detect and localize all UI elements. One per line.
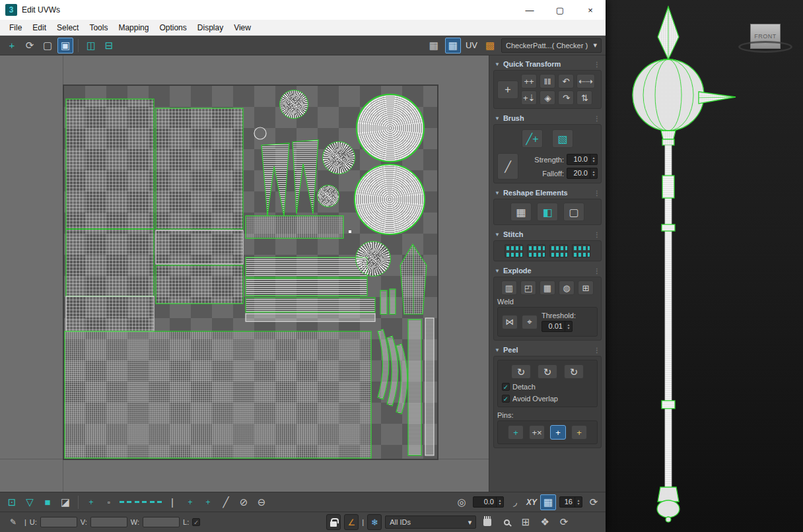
edge-ring-icon[interactable] (134, 498, 147, 507)
scale-tool-icon[interactable]: ▢ (40, 38, 55, 53)
freeform-tool-icon[interactable]: ▣ (57, 38, 73, 53)
falloff-curve-toggle-icon[interactable]: ◞ (507, 494, 523, 510)
spinner-arrows[interactable]: ▴▾ (496, 497, 503, 507)
flatten-by-face-angle-button[interactable]: ◰ (520, 281, 536, 295)
strength-spinner[interactable]: 10.0 ▴▾ (567, 154, 598, 165)
falloff-shape-icon[interactable]: ▽ (22, 494, 38, 510)
maximize-button[interactable]: ▢ (545, 0, 575, 20)
grid-size-spinner[interactable]: 16 ▴▾ (559, 496, 582, 508)
rollout-header-stitch[interactable]: ▼ Stitch ⋮ (493, 229, 602, 240)
mirror-h-tool-icon[interactable]: ◫ (83, 38, 99, 53)
detach-checkbox[interactable]: ✓ (502, 383, 510, 391)
rollout-header-quick-transform[interactable]: ▼ Quick Transform ⋮ (493, 59, 602, 70)
mirror-select-h-icon[interactable]: ⊘ (236, 494, 252, 510)
zoom-button[interactable] (499, 514, 514, 530)
rollout-header-brush[interactable]: ▼ Brush ⋮ (493, 113, 602, 124)
edge-grow-icon[interactable] (149, 498, 162, 507)
move-tool-icon[interactable]: + (4, 38, 20, 53)
align-to-pivot-icon[interactable]: + (200, 494, 216, 510)
tiled-checker-icon[interactable]: ▩ (482, 38, 498, 53)
stitch-to-target-button[interactable] (527, 244, 545, 257)
xy-space-icon[interactable]: ◪ (57, 494, 73, 510)
rotate-cw-button[interactable]: ↷ (558, 90, 574, 105)
rollout-header-reshape[interactable]: ▼ Reshape Elements ⋮ (493, 187, 602, 199)
uv-disc-island[interactable] (356, 94, 425, 162)
align-vertical-space-button[interactable]: ⇅ (576, 90, 592, 105)
texture-dropdown[interactable]: CheckerPatt...( Checker ) ▾ (501, 38, 602, 53)
menu-mapping[interactable]: Mapping (113, 21, 154, 34)
menu-options[interactable]: Options (154, 21, 192, 34)
spinner-down-icon[interactable]: ▾ (567, 327, 569, 330)
rollout-header-peel[interactable]: ▼ Peel ⋮ (493, 345, 602, 356)
rotate-angle-spinner[interactable]: 0.0 ▴▾ (473, 496, 504, 508)
edge-loop-icon[interactable] (119, 498, 132, 507)
space-diagonal-button[interactable]: ◈ (540, 90, 555, 105)
peel-mode-button[interactable]: ↻ (538, 364, 557, 379)
flatten-by-smoothing-button[interactable]: ▥ (501, 281, 517, 295)
align-vertical-button[interactable]: +⇣ (521, 90, 537, 105)
menu-file[interactable]: File (4, 21, 27, 34)
spinner-arrows[interactable]: ▴▾ (590, 154, 597, 164)
falloff-curve-button[interactable]: ╱ (497, 153, 518, 180)
unpin-tool-button[interactable]: +× (529, 425, 545, 440)
rotate-gizmo-icon[interactable]: ◎ (454, 494, 470, 510)
align-horizontal-button[interactable]: ++ (521, 74, 537, 88)
uv-circle-island[interactable] (317, 185, 339, 207)
quick-peel-button[interactable]: ↻ (511, 364, 531, 379)
show-grid-icon[interactable]: ▦ (426, 38, 442, 53)
uv-disc-island[interactable] (354, 164, 425, 235)
paint-select-icon[interactable]: ╱ (218, 494, 234, 510)
spinner-down-icon[interactable]: ▾ (499, 502, 501, 506)
paint-move-brush-button[interactable]: ╱+ (522, 129, 543, 148)
pin-tool-button[interactable]: + (508, 425, 524, 440)
zoom-to-gizmo-button[interactable]: ⟳ (556, 514, 572, 530)
falloff-spinner[interactable]: 20.0 ▴▾ (567, 168, 598, 179)
freeze-button[interactable]: ❄ (367, 514, 382, 530)
menu-select[interactable]: Select (52, 21, 84, 34)
menu-edit[interactable]: Edit (27, 21, 52, 34)
spinner-arrows[interactable]: ▴▾ (590, 168, 597, 178)
uv-circle-island[interactable] (322, 141, 355, 174)
mirror-select-v-icon[interactable]: ⊖ (254, 494, 269, 510)
spinner-arrows[interactable]: ▴▾ (565, 321, 572, 331)
menu-view[interactable]: View (228, 21, 256, 34)
zoom-extents-button[interactable]: ❖ (537, 514, 553, 530)
stitch-to-average-button[interactable] (572, 244, 590, 257)
u-coordinate-field[interactable] (40, 517, 77, 527)
w-coordinate-field[interactable] (143, 517, 180, 527)
select-box-icon[interactable]: ▫ (101, 494, 117, 510)
spinner-down-icon[interactable]: ▾ (577, 502, 579, 506)
snap-grid-icon[interactable]: ▦ (540, 494, 556, 510)
avoid-overlap-checkbox[interactable]: ✓ (502, 395, 510, 403)
uv-canvas[interactable] (0, 55, 489, 492)
transform-type-in-icon[interactable]: ✎ (5, 514, 21, 530)
relax-until-flat-button[interactable]: ◧ (537, 203, 558, 221)
spinner-down-icon[interactable]: ▾ (592, 160, 594, 163)
peel-reset-button[interactable]: ↻ (564, 364, 584, 379)
wrap-toggle-icon[interactable]: ⟳ (586, 494, 602, 510)
rotate-ccw-button[interactable]: ↶ (558, 74, 574, 88)
move-subobject-icon[interactable]: + (83, 494, 99, 510)
spinner-down-icon[interactable]: ▾ (592, 174, 594, 177)
pin-selected-button[interactable]: + (550, 425, 566, 440)
break-button[interactable]: ⊞ (578, 281, 594, 295)
relax-element-button[interactable]: ▢ (563, 203, 584, 221)
uv-circle-island[interactable] (355, 241, 391, 277)
align-edge-button[interactable]: ⇠⇢ (576, 74, 595, 88)
lock-aspect-checkbox[interactable]: ✓ (192, 518, 200, 526)
rotate-tool-icon[interactable]: ⟳ (22, 38, 38, 53)
rollout-header-explode[interactable]: ▼ Explode ⋮ (493, 265, 602, 277)
v-coordinate-field[interactable] (90, 517, 127, 527)
soft-selection-icon[interactable]: ⊡ (4, 494, 20, 510)
zoom-region-button[interactable]: ⊞ (518, 514, 534, 530)
spinner-arrows[interactable]: ▴▾ (575, 497, 582, 507)
3d-viewport[interactable]: FRONT (606, 0, 803, 532)
pan-button[interactable] (479, 514, 495, 530)
angle-snap-button[interactable]: ∠ (344, 514, 359, 530)
flatten-by-material-button[interactable]: ◍ (559, 281, 575, 295)
stitch-custom-button[interactable] (505, 244, 523, 257)
mirror-v-tool-icon[interactable]: ⊟ (101, 38, 117, 53)
viewcube-ring[interactable] (738, 41, 792, 53)
close-button[interactable]: × (575, 0, 606, 20)
minimize-button[interactable]: — (514, 0, 545, 20)
